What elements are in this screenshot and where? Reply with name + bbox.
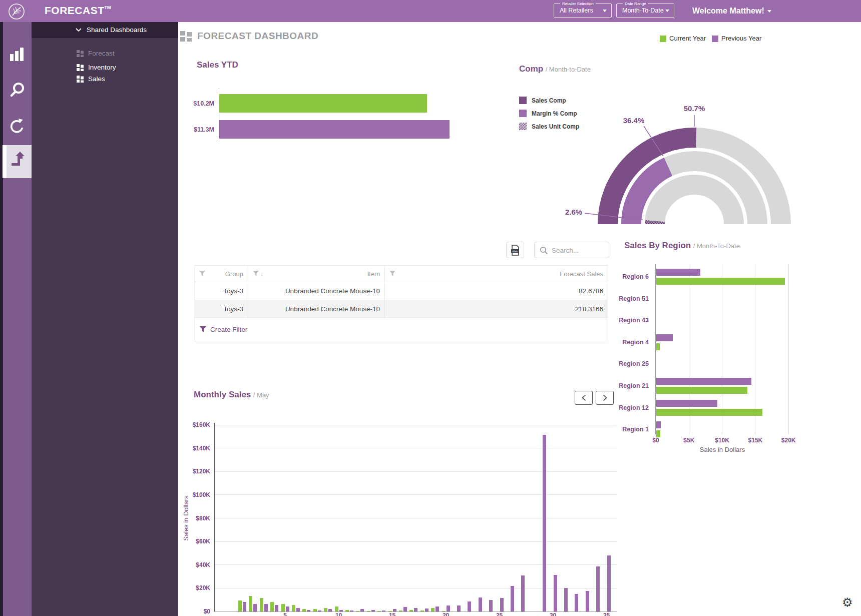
filter-funnel-icon[interactable] <box>389 271 396 277</box>
brand-trademark: TM <box>105 5 111 10</box>
svg-text:$140K: $140K <box>193 445 211 452</box>
svg-text:30: 30 <box>550 612 557 616</box>
sales-by-region-title: Sales By Region / Month-To-Date <box>624 241 740 251</box>
filter-funnel-icon <box>200 326 207 333</box>
sidebar-group-label: Shared Dashboards <box>87 22 147 38</box>
legend-swatch <box>519 110 527 117</box>
svg-text:$20K: $20K <box>781 437 796 444</box>
create-filter-link[interactable]: Create Filter <box>200 326 247 333</box>
sidebar-item-sales[interactable]: Sales <box>32 73 178 86</box>
svg-text:$0: $0 <box>204 608 211 615</box>
sidebar-item-label: Sales <box>88 73 105 86</box>
table-row[interactable]: Toys-3 Unbranded Concrete Mouse-10 82.67… <box>195 282 608 300</box>
monthly-sales-subtitle: / May <box>253 391 269 399</box>
svg-text:36.4%: 36.4% <box>623 116 645 125</box>
svg-text:Region 6: Region 6 <box>622 273 649 280</box>
column-header-group[interactable]: Group <box>195 266 248 282</box>
monthly-sales-chart: $0$20K$40K$60K$80K$100K$120K$140K$160KSa… <box>180 415 621 616</box>
sales-ytd-bars <box>219 94 460 140</box>
table-footer: Create Filter <box>195 318 608 341</box>
sidebar-group-shared-dashboards[interactable]: Shared Dashboards <box>32 22 178 38</box>
rail-charts-button[interactable] <box>3 42 32 67</box>
rail-share-button[interactable] <box>7 145 32 178</box>
filter-funnel-icon[interactable] <box>199 271 206 277</box>
svg-text:50.7%: 50.7% <box>684 104 705 113</box>
svg-text:Region 4: Region 4 <box>622 339 649 346</box>
chevron-down-icon <box>665 10 669 12</box>
user-menu[interactable]: Welcome Matthew! <box>692 0 768 22</box>
svg-text:$60K: $60K <box>196 538 210 545</box>
dashboard-grid-icon <box>77 64 84 71</box>
svg-text:Region 1: Region 1 <box>622 426 649 433</box>
rail-active-indicator <box>3 145 7 178</box>
gear-icon[interactable]: ⚙ <box>842 596 853 608</box>
welcome-text: Welcome Matthew! <box>692 7 764 15</box>
svg-text:$100K: $100K <box>193 491 211 498</box>
svg-text:Region 43: Region 43 <box>619 317 649 324</box>
brand-title: FORECASTTM <box>45 5 111 17</box>
svg-text:$160K: $160K <box>193 421 211 428</box>
legend-current-year[interactable]: Current Year <box>669 35 706 42</box>
svg-text:10: 10 <box>335 612 342 616</box>
svg-text:Region 12: Region 12 <box>619 404 649 411</box>
svg-text:$80K: $80K <box>196 515 210 522</box>
comp-title: Comp / Month-to-Date <box>519 64 591 74</box>
svg-text:Sales in Dollars: Sales in Dollars <box>700 446 745 453</box>
svg-text:$5K: $5K <box>683 437 694 444</box>
sales-ytd-current-label: $10.2M <box>179 100 214 107</box>
comp-gauge-chart: 50.7%36.4%2.6% <box>551 90 811 225</box>
svg-text:15: 15 <box>389 612 396 616</box>
svg-text:5: 5 <box>283 612 287 616</box>
icon-rail <box>0 22 32 616</box>
column-header-item[interactable]: ↓ Item <box>248 266 385 282</box>
cell-group: Toys-3 <box>195 300 248 318</box>
retailer-selection-dropdown[interactable]: Retailer Selection All Retailers <box>554 4 612 18</box>
app-window: FORECASTTM Retailer Selection All Retail… <box>0 0 861 616</box>
sales-ytd-title: Sales YTD <box>197 60 238 70</box>
legend-swatch-current-year <box>660 36 666 42</box>
retailer-selection-value: All Retailers <box>560 4 593 17</box>
svg-text:$15K: $15K <box>748 437 763 444</box>
sidebar <box>32 22 178 616</box>
sidebar-item-forecast[interactable]: Forecast <box>32 47 178 60</box>
legend-previous-year[interactable]: Previous Year <box>721 35 761 42</box>
monthly-sales-title: Monthly Sales / May <box>194 390 269 400</box>
chevron-down-icon <box>603 10 607 12</box>
bar-chart-icon <box>3 42 32 67</box>
sales-by-region-subtitle: / Month-To-Date <box>693 242 740 250</box>
svg-text:$40K: $40K <box>196 561 210 568</box>
refresh-icon <box>3 114 32 139</box>
rail-search-button[interactable] <box>3 78 32 103</box>
forecast-table: Group ↓ Item Forecast Sales Toys-3 Unbra… <box>194 265 608 341</box>
dashboard-grid-icon <box>77 50 84 57</box>
xlsx-file-icon: xlsx <box>510 245 520 256</box>
table-row[interactable]: Toys-3 Unbranded Concrete Mouse-10 218.3… <box>195 300 608 318</box>
rail-edge <box>0 22 3 616</box>
page-title: FORECAST DASHBOARD <box>197 31 318 42</box>
sales-by-region-chart: $0$5K$10K$15K$20KRegion 6Region 51Region… <box>571 260 861 460</box>
table-header-row: Group ↓ Item Forecast Sales <box>195 266 608 282</box>
svg-text:Region 21: Region 21 <box>619 382 649 389</box>
legend-swatch <box>519 123 527 130</box>
ytd-bar-previous-year <box>219 120 450 139</box>
brand-logo-leaf-icon[interactable] <box>8 3 26 21</box>
filter-funnel-icon[interactable] <box>253 271 259 277</box>
svg-text:xlsx: xlsx <box>512 250 518 253</box>
export-xlsx-button[interactable]: xlsx <box>506 242 524 258</box>
legend-swatch <box>519 97 527 104</box>
svg-text:2.6%: 2.6% <box>565 208 582 216</box>
chevron-down-icon <box>767 10 771 13</box>
svg-text:Region 51: Region 51 <box>619 295 649 302</box>
date-range-dropdown[interactable]: Date Range Month-To-Date <box>616 4 674 18</box>
search-box <box>534 242 609 258</box>
cell-item: Unbranded Concrete Mouse-10 <box>248 282 385 300</box>
svg-text:25: 25 <box>496 612 503 616</box>
svg-text:Sales in Dollars: Sales in Dollars <box>182 495 190 541</box>
sort-descending-icon[interactable]: ↓ <box>260 270 264 278</box>
svg-text:20: 20 <box>443 612 450 616</box>
rail-refresh-button[interactable] <box>3 114 32 139</box>
search-input[interactable] <box>551 244 607 257</box>
svg-text:$10K: $10K <box>715 437 729 444</box>
ytd-bar-current-year <box>219 94 427 113</box>
dashboard-grid-icon <box>77 76 84 83</box>
